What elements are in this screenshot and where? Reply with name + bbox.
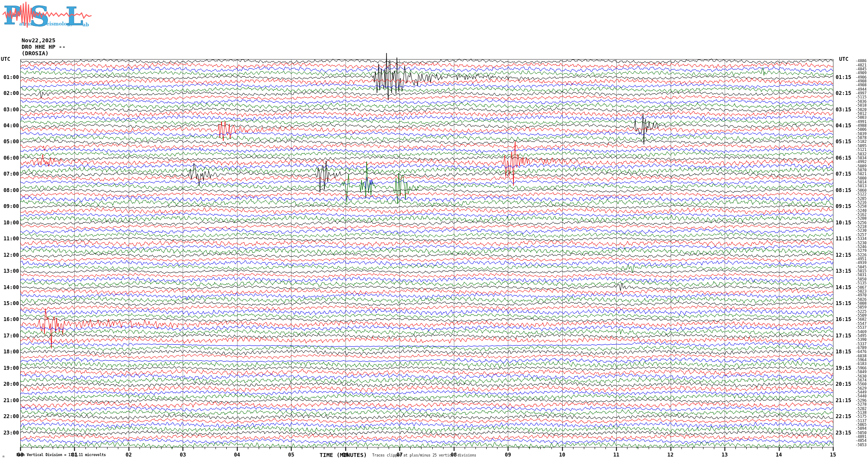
hour-label-right: 01:15	[836, 75, 851, 80]
trace-offset-value: -5020	[855, 108, 867, 112]
hour-label-right: 05:15	[836, 139, 851, 144]
trace-offset-value: -4944	[855, 88, 867, 91]
trace-offset-value: -5230	[855, 229, 867, 233]
trace-offset-value: -5003	[855, 116, 867, 120]
trace-offset-value: -5018	[855, 104, 867, 107]
x-tick-label: 12	[663, 452, 678, 457]
trace-offset-value: -4988	[855, 124, 867, 128]
trace-offset-value: -5296	[855, 399, 867, 403]
trace-offset-value: -5039	[855, 132, 867, 136]
hour-label-right: 14:15	[836, 285, 851, 290]
hour-label-left: 16:00	[0, 317, 19, 322]
scale-note: Each Vertical Division = 1111.11 microvo…	[16, 453, 106, 457]
trace-offset-value: -5216	[855, 201, 867, 205]
hour-label-left: 10:00	[0, 220, 19, 225]
hour-label-left: 11:00	[0, 236, 19, 241]
trace-offset-value: -4991	[855, 120, 867, 124]
trace-offset-value: -4845	[855, 67, 867, 71]
hour-label-left: 01:00	[0, 75, 19, 80]
hour-label-right: 10:15	[836, 220, 851, 225]
trace-offset-value: -5021	[855, 172, 867, 176]
trace-offset-value: -5053	[855, 443, 867, 447]
trace-offset-value: -5256	[855, 221, 867, 225]
hour-label-left: 12:00	[0, 252, 19, 258]
trace-offset-value: -5175	[855, 415, 867, 419]
trace-offset-value: -5440	[855, 394, 867, 398]
trace-offset-value: -5225	[855, 310, 867, 314]
helicorder-plot	[0, 0, 868, 466]
hour-label-left: 02:00	[0, 91, 19, 96]
x-tick-label: 14	[771, 452, 787, 457]
trace-offset-value: -4992	[855, 160, 867, 164]
record-date: Nov22,2025	[22, 38, 55, 43]
hour-label-right: 02:15	[836, 91, 851, 96]
trace-offset-value: -5218	[855, 225, 867, 229]
trace-offset-value: -5006	[855, 128, 867, 132]
trace-offset-value: -5226	[855, 253, 867, 257]
trace-offset-value: -5059	[855, 305, 867, 309]
hour-label-right: 20:15	[836, 381, 851, 387]
trace-offset-value: -4997	[855, 91, 867, 95]
trace-offset-value: -4909	[855, 71, 867, 75]
trace-offset-value: -5390	[855, 338, 867, 342]
trace-offset-value: -5964	[855, 358, 867, 362]
trace-offset-value: -5630	[855, 375, 867, 378]
hour-label-right: 03:15	[836, 107, 851, 112]
x-tick-label: 02	[121, 452, 136, 457]
trace-offset-value: -5257	[855, 233, 867, 237]
trace-offset-value: -5060	[855, 189, 867, 192]
hour-label-left: 23:00	[0, 430, 19, 435]
hour-label-right: 11:15	[836, 236, 851, 241]
trace-offset-value: -5162	[855, 213, 867, 217]
trace-offset-value: -5205	[855, 197, 867, 201]
trace-offset-value: -4906	[855, 76, 867, 79]
trace-offset-value: -5067	[855, 286, 867, 290]
x-tick-label: 09	[500, 452, 516, 457]
trace-offset-value: -5495	[855, 334, 867, 338]
x-tick-label: 04	[229, 452, 245, 457]
trace-offset-value: -5135	[855, 281, 867, 285]
clip-note: Traces clipped at plus/minus 25 vertical…	[372, 454, 476, 457]
hour-label-right: 12:15	[836, 252, 851, 258]
trace-offset-value: -5032	[855, 152, 867, 156]
hour-label-right: 08:15	[836, 188, 851, 193]
hour-label-left: 17:00	[0, 333, 19, 338]
hour-label-right: 17:15	[836, 333, 851, 338]
hour-label-right: 18:15	[836, 349, 851, 354]
trace-offset-value: -5137	[855, 419, 867, 423]
x-tick-label: 13	[717, 452, 732, 457]
trace-offset-value: -5078	[855, 136, 867, 140]
trace-offset-value: -5469	[855, 330, 867, 334]
hour-label-left: 08:00	[0, 188, 19, 193]
trace-offset-value: -5682	[855, 318, 867, 321]
trace-offset-value: -5050	[855, 277, 867, 281]
trace-offset-value: -5509	[855, 314, 867, 318]
hour-label-left: 18:00	[0, 349, 19, 354]
trace-offset-value: -5026	[855, 298, 867, 302]
trace-offset-value: -5094	[855, 427, 867, 431]
utc-label-left: UTC	[1, 57, 10, 62]
trace-offset-value: -6789	[855, 346, 867, 350]
hour-label-left: 22:00	[0, 414, 19, 419]
trace-offset-value: -5015	[855, 269, 867, 273]
hour-label-left: 06:00	[0, 155, 19, 161]
hour-label-left: 20:00	[0, 381, 19, 387]
hour-label-left: 04:00	[0, 123, 19, 128]
trace-offset-value: -5008	[855, 302, 867, 305]
trace-offset-value: -5449	[855, 390, 867, 394]
psl-logo: P atras S eismology L ab	[2, 0, 93, 31]
hour-label-left: 13:00	[0, 268, 19, 274]
logo-word-ab: ab	[82, 22, 89, 28]
trace-offset-value: -5065	[855, 423, 867, 427]
trace-offset-value: -5240	[855, 209, 867, 213]
trace-offset-value: -4908	[855, 79, 867, 83]
trace-offset-value: -5121	[855, 148, 867, 152]
trace-offset-value: -5031	[855, 273, 867, 277]
trace-offset-value: -5014	[855, 180, 867, 184]
trace-offset-value: -4908	[855, 83, 867, 87]
hour-label-right: 09:15	[836, 204, 851, 209]
trace-offset-value: -5012	[855, 112, 867, 116]
x-tick-label: 15	[825, 452, 841, 457]
trace-offset-value: -5023	[855, 290, 867, 293]
trace-offset-value: -5246	[855, 245, 867, 249]
